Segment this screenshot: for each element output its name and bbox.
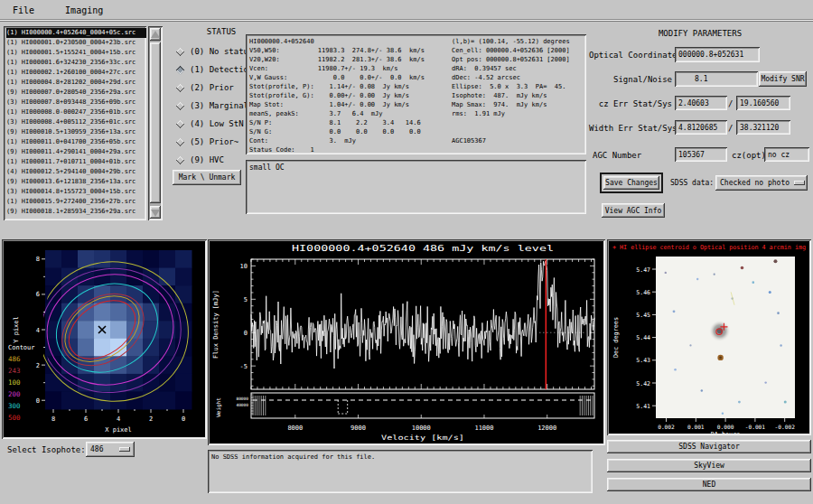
source-file-list[interactable]: (1) HI000000.4+052640_0004+05c.src(1) HI… [4,26,146,220]
svg-text:0.002: 0.002 [658,424,675,430]
file-list-item[interactable]: (3) HI000014.8+155723_0004+15b.src [6,187,146,197]
file-list-item[interactable]: (9) HI000010.5+130959_2356+13a.src [6,127,146,137]
status-option--4-low-stn[interactable]: (4) Low StN [177,118,244,129]
svg-text:RA hours: RA hours [711,431,741,434]
radio-diamond-icon [176,155,185,164]
signal-noise-label: Signal/Noise [589,75,672,84]
application-window: File Imaging (1) HI000000.4+052640_0004+… [0,0,813,504]
status-option-label: (9) HVC [190,155,224,164]
svg-text:0: 0 [36,397,40,405]
optical-coordinates-field[interactable]: 000000.8+052631 [675,47,760,62]
agc-number-value: 105367 [678,151,705,159]
file-list-item[interactable]: (1) HI000001.5+155241_0004+15b.src [6,48,146,58]
svg-text:5.47: 5.47 [636,266,650,274]
signal-noise-field[interactable]: 8.1 [675,71,758,87]
file-list-item[interactable]: (9) HI000011.4+290141_0004+29a.src [6,147,146,157]
width-err-sys-field[interactable]: 38.321120 [736,120,790,135]
svg-text:5.43: 5.43 [636,357,650,364]
radio-diamond-icon [176,119,185,128]
status-option--3-marginal[interactable]: (3) Marginal [177,100,248,111]
spectrum-plot[interactable]: HI000000.4+052640 486 mJy km/s level8000… [210,241,603,443]
status-option--5-prior-[interactable]: (5) Prior~ [177,136,238,147]
width-err-slash: / [728,124,733,133]
svg-text:243: 243 [8,367,21,375]
info-line: Map Stot: 1.04+/- 0.00 Jy km/sMap Smax: … [249,100,586,109]
svg-text:5: 5 [244,296,248,303]
status-option--0-no-status[interactable]: (0) No status [177,46,253,57]
menu-file[interactable]: File [5,3,42,18]
scrollbar-thumb[interactable] [150,42,161,203]
svg-text:-0.002: -0.002 [775,424,796,430]
menu-imaging[interactable]: Imaging [58,3,110,18]
skyview-button[interactable]: SkyView [607,459,811,472]
contour-map-plot[interactable]: 0022446688X pixelY pixelContour486243100… [4,241,205,437]
svg-text:Dec degrees: Dec degrees [612,317,620,358]
sdss-message-box: No SDSS information acquired for this fi… [208,450,593,493]
svg-text:4: 4 [117,415,120,423]
radio-diamond-icon [176,65,185,74]
svg-text:5.42: 5.42 [636,380,650,387]
agc-number-field[interactable]: 105367 [675,147,727,162]
status-option-label: (4) Low StN [190,119,244,128]
file-list-item[interactable]: (4) HI000012.5+294140_0004+29b.src [6,167,146,177]
isophote-dropdown[interactable]: 486 [86,442,135,457]
file-list-item[interactable]: (1) HI000004.8+281202_0004+29d.src [6,78,146,88]
cz-opt-field[interactable]: no cz [764,147,809,162]
save-changes-default-ring: Save Changes [600,173,663,193]
up-arrow-icon [151,31,160,38]
svg-text:200: 200 [8,390,21,398]
info-line: Status Code: 1 [249,145,586,154]
radio-diamond-icon [176,137,185,146]
sdss-data-label: SDSS data: [670,179,714,187]
width-err-stat-field[interactable]: 4.8120685 [675,120,727,135]
file-list-item[interactable]: (9) HI000007.0+280540_2356+29a.src [6,88,146,98]
svg-text:10: 10 [240,263,248,270]
sdss-data-dropdown[interactable]: Checked no photo [715,175,808,191]
svg-text:2: 2 [149,415,153,423]
file-list-item[interactable]: (1) HI000002.1+260100_0004+27c.src [6,68,146,78]
status-option-label: (2) Prior [190,83,234,92]
file-list-item[interactable]: (1) HI000001.6+324230_2356+33c.src [6,58,146,68]
svg-text:2: 2 [36,362,40,369]
svg-text:8000: 8000 [287,425,303,432]
optical-image-plot[interactable]: + HI ellipse centroid o Optical position… [609,241,809,434]
status-option-label: (1) Detection [190,65,253,74]
source-info-text: HI000000.4+052640(l,b)= (100.14, -55.12)… [246,34,586,154]
view-agc-info-button[interactable]: View AGC Info [602,203,665,218]
cz-err-stat-field[interactable]: 2.40603 [675,96,727,110]
file-list-item[interactable]: (1) HI000001.0+230500_0004+23b.src [6,38,146,48]
width-err-label: Width Err Stat/Sys [589,124,672,133]
status-option--1-detection[interactable]: (1) Detection [177,64,253,75]
file-list-item[interactable]: (1) HI000011.7+010711_0004+01b.src [6,157,146,167]
modify-snr-button[interactable]: Modify SNR [759,71,807,87]
option-menu-dash-icon [794,181,805,185]
file-list-item[interactable]: (1) HI000000.4+052640_0004+05c.src [6,28,146,38]
file-list-item[interactable]: (1) HI000015.9+272400_2356+27b.src [6,197,146,207]
svg-text:Weight: Weight [215,397,222,417]
file-list-scrollbar[interactable] [148,26,163,220]
svg-text:500: 500 [8,414,21,422]
file-list-item[interactable]: (9) HI000013.6+121838_2356+13a.src [6,177,146,187]
svg-text:0.001: 0.001 [687,424,705,430]
ned-button[interactable]: NED [607,478,811,491]
cz-err-sys-field[interactable]: 19.160560 [736,96,790,110]
status-option-label: (0) No status [190,47,253,56]
mark-unmark-button[interactable]: Mark \ Unmark [173,170,241,185]
file-list-item[interactable]: (1) HI000008.0-000247_2356+01b.src [6,107,146,117]
svg-text:4: 4 [36,327,40,334]
save-changes-button[interactable]: Save Changes [603,176,659,190]
file-list-item[interactable]: (3) HI000007.8+093448_2356+09b.src [6,98,146,107]
status-option--2-prior[interactable]: (2) Prior [177,82,234,93]
menu-separator [0,20,813,22]
status-option--9-hvc[interactable]: (9) HVC [177,154,224,165]
scroll-up-button[interactable] [150,28,161,41]
sdss-navigator-button[interactable]: SDSS Navigator [607,440,811,453]
info-line: V20,W20: 11982.2 281.3+/- 38.6 km/sOpt p… [249,55,586,64]
file-list-item[interactable]: (1) HI000011.0+041700_2356+05b.src [6,137,146,147]
file-list-item[interactable]: (9) HI000018.1+285934_2356+29a.src [6,207,146,217]
scroll-down-button[interactable] [150,206,161,219]
file-list-item[interactable]: (3) HI000008.4+005112_2356+01c.src [6,117,146,127]
radio-diamond-icon [176,83,185,92]
comment-box[interactable]: small OC [246,160,586,214]
optical-image-panel: + HI ellipse centroid o Optical position… [607,239,811,435]
